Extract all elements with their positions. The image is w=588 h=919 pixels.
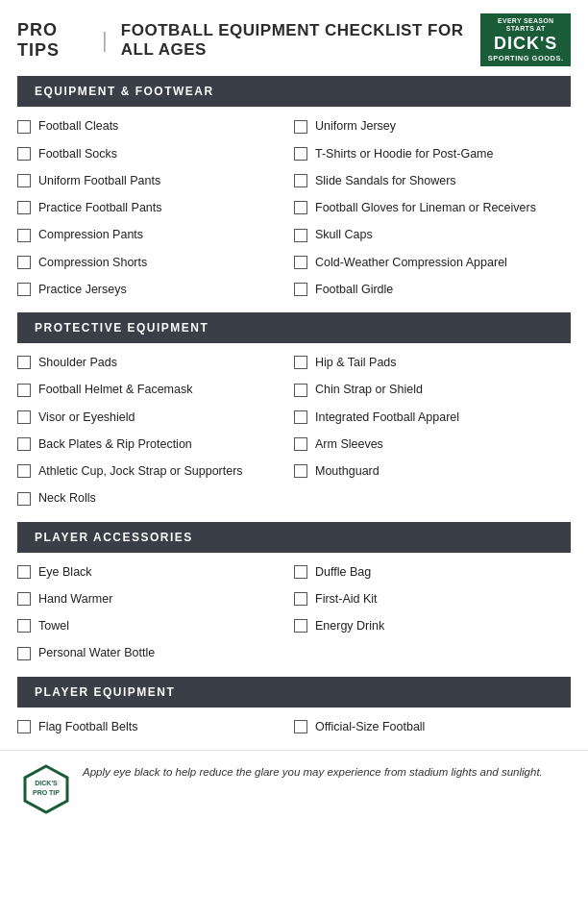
item-label: Slide Sandals for Showers — [315, 173, 456, 188]
item-label: Compression Pants — [38, 227, 143, 242]
list-item: Hip & Tail Pads — [294, 349, 571, 376]
item-label: Mouthguard — [315, 463, 380, 479]
checkbox[interactable] — [294, 147, 307, 161]
checkbox[interactable] — [17, 720, 31, 733]
item-label: Energy Drink — [315, 618, 384, 633]
list-item: First-Aid Kit — [294, 585, 571, 612]
list-item: Skull Caps — [294, 221, 571, 248]
list-item: Compression Shorts — [17, 249, 294, 276]
list-item: Uniform Football Pants — [17, 167, 294, 194]
checkbox[interactable] — [17, 256, 31, 269]
page-header: PRO TIPS | FOOTBALL EQUIPMENT CHECKLIST … — [0, 0, 588, 76]
item-label: Skull Caps — [315, 227, 373, 242]
checkbox[interactable] — [294, 256, 307, 269]
list-item: Visor or Eyeshield — [17, 404, 294, 431]
checkbox[interactable] — [17, 464, 31, 478]
checkbox[interactable] — [17, 283, 31, 296]
item-label: Integrated Football Apparel — [315, 410, 459, 425]
item-label: Eye Black — [38, 564, 92, 580]
item-label: Arm Sleeves — [315, 436, 383, 452]
checkbox[interactable] — [17, 174, 31, 187]
checkbox[interactable] — [17, 147, 31, 161]
list-item: Football Girdle — [294, 276, 571, 303]
item-label: Football Cleats — [38, 118, 118, 134]
list-item: Cold-Weather Compression Apparel — [294, 249, 571, 276]
list-item: Chin Strap or Shield — [294, 376, 571, 403]
pro-tip-footer: DICK'S PRO TIP Apply eye black to help r… — [0, 750, 588, 832]
section-player-equipment: PLAYER EQUIPMENTFlag Football BeltsOffic… — [0, 677, 588, 740]
section-header-protective-equipment: PROTECTIVE EQUIPMENT — [17, 312, 571, 343]
checkbox[interactable] — [17, 647, 31, 660]
list-item: Practice Football Pants — [17, 194, 294, 221]
list-item: Football Helmet & Facemask — [17, 376, 294, 403]
item-label: Visor or Eyeshield — [38, 410, 135, 425]
list-item: Energy Drink — [294, 612, 571, 639]
checkbox[interactable] — [294, 565, 307, 579]
item-label: T-Shirts or Hoodie for Post-Game — [315, 146, 493, 161]
checkbox[interactable] — [294, 410, 307, 424]
checkbox[interactable] — [294, 720, 307, 733]
checkbox[interactable] — [294, 619, 307, 633]
list-item: Neck Rolls — [17, 484, 294, 511]
item-label: Hand Warmer — [38, 591, 112, 607]
list-item: Compression Pants — [17, 221, 294, 248]
list-item: T-Shirts or Hoodie for Post-Game — [294, 140, 571, 167]
item-label: Official-Size Football — [315, 719, 425, 734]
checkbox[interactable] — [294, 201, 307, 214]
checkbox[interactable] — [17, 120, 31, 134]
item-label: First-Aid Kit — [315, 591, 378, 607]
list-item: Eye Black — [17, 559, 294, 585]
checklist-grid-player-equipment: Flag Football BeltsOfficial-Size Footbal… — [0, 713, 588, 740]
item-label: Cold-Weather Compression Apparel — [315, 255, 507, 270]
list-item: Flag Football Belts — [17, 713, 294, 740]
section-header-player-equipment: PLAYER EQUIPMENT — [17, 677, 571, 708]
item-label: Chin Strap or Shield — [315, 382, 423, 397]
item-label: Duffle Bag — [315, 564, 371, 580]
checkbox[interactable] — [17, 619, 31, 633]
checkbox[interactable] — [17, 592, 31, 606]
list-item — [294, 639, 571, 666]
item-label: Football Socks — [38, 146, 117, 161]
checkbox[interactable] — [294, 356, 307, 369]
checkbox[interactable] — [294, 229, 307, 242]
list-item: Football Gloves for Lineman or Receivers — [294, 194, 571, 221]
checkbox[interactable] — [294, 283, 307, 296]
item-label: Flag Football Belts — [38, 719, 138, 734]
checkbox[interactable] — [17, 565, 31, 579]
checkbox[interactable] — [294, 174, 307, 187]
list-item: Official-Size Football — [294, 713, 571, 740]
logo-sporting: SPORTING GOODS. — [486, 54, 565, 62]
svg-text:PRO TIP: PRO TIP — [33, 789, 60, 796]
list-item: Uniform Jersey — [294, 112, 571, 139]
checkbox[interactable] — [294, 592, 307, 606]
dicks-logo: EVERY SEASON STARTS AT DICK'S SPORTING G… — [480, 13, 571, 66]
item-label: Uniform Football Pants — [38, 173, 160, 188]
item-label: Football Gloves for Lineman or Receivers — [315, 200, 536, 215]
checkbox[interactable] — [17, 437, 31, 451]
checkbox[interactable] — [17, 201, 31, 214]
item-label: Football Girdle — [315, 282, 393, 297]
item-label: Neck Rolls — [38, 490, 96, 506]
checkbox[interactable] — [17, 356, 31, 369]
item-label: Towel — [38, 618, 69, 633]
list-item: Integrated Football Apparel — [294, 404, 571, 431]
pro-tip-badge: DICK'S PRO TIP — [21, 764, 71, 814]
checkbox[interactable] — [17, 229, 31, 242]
item-label: Athletic Cup, Jock Strap or Supporters — [38, 463, 243, 479]
checkbox[interactable] — [17, 492, 31, 506]
checkbox[interactable] — [294, 464, 307, 478]
checklist-grid-player-accessories: Eye BlackDuffle BagHand WarmerFirst-Aid … — [0, 559, 588, 667]
checkbox[interactable] — [17, 410, 31, 424]
section-header-equipment-footwear: EQUIPMENT & FOOTWEAR — [17, 76, 571, 107]
item-label: Personal Water Bottle — [38, 645, 155, 660]
item-label: Shoulder Pads — [38, 355, 117, 370]
checkbox[interactable] — [294, 384, 307, 397]
checkbox[interactable] — [294, 120, 307, 134]
list-item: Arm Sleeves — [294, 431, 571, 458]
list-item: Back Plates & Rip Protection — [17, 431, 294, 458]
checkbox[interactable] — [17, 384, 31, 397]
checkbox[interactable] — [294, 437, 307, 451]
item-label: Back Plates & Rip Protection — [38, 436, 192, 452]
pro-tip-text: Apply eye black to help reduce the glare… — [83, 764, 543, 781]
list-item: Football Socks — [17, 140, 294, 167]
